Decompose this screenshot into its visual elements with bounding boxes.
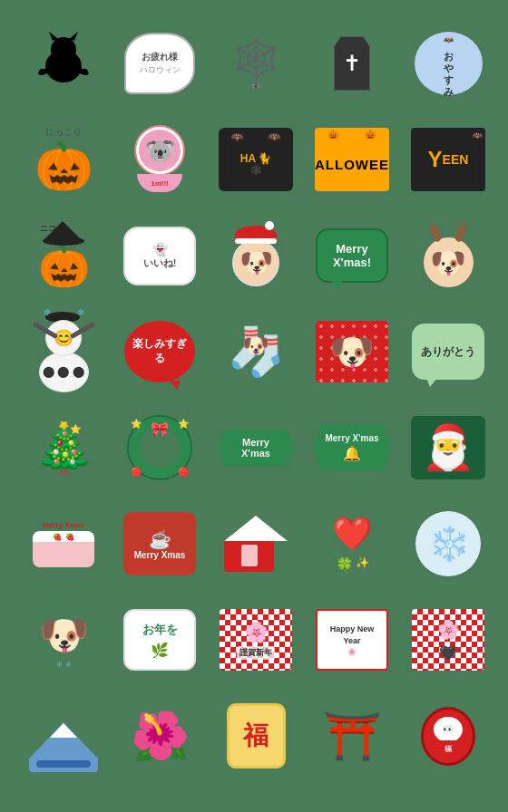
sticker-halloween-black[interactable]: 🦇 🦇 HA 🐈 🕸️ — [210, 114, 301, 205]
cross-icon: ✝ — [343, 51, 361, 76]
merry-ribbon1-text: Merry — [242, 437, 269, 448]
sticker-xmas-tree[interactable]: 🎄 ⭐ — [18, 402, 109, 493]
oyasumi-text: おやすみ — [442, 44, 455, 92]
sticker-coffee-merry[interactable]: ☕ Merry Xmas — [114, 498, 205, 589]
sticker-torii[interactable]: ⛩️ — [307, 691, 397, 781]
svg-marker-2 — [49, 32, 58, 41]
coffin-shape: ✝ — [334, 36, 370, 91]
sticker-otsukaresama[interactable]: お疲れ様 ハロウィン — [114, 18, 205, 109]
halloween-bat1: 🦇 — [230, 130, 244, 143]
snowflake-dog1: ❄ — [56, 661, 63, 669]
sticker-santa-dark[interactable]: 🎅 — [403, 402, 493, 493]
sticker-pumpkin[interactable]: にっこり 🎃 — [18, 114, 109, 205]
happy-new-year-text: Happy New Year — [321, 624, 383, 646]
nickori-label: にっこり — [45, 126, 82, 139]
snowflake-1: ❄ — [44, 307, 51, 317]
oyasumi-bat: 🦇 — [444, 35, 454, 44]
sticker-merry-banner1[interactable]: Merry X'mas — [210, 402, 301, 493]
spider-label: 🕷️ — [250, 81, 261, 91]
strawberry2: 🍓 — [65, 533, 74, 541]
coffee-emoji: ☕ — [149, 528, 171, 550]
heart-emoji: ❤️ — [332, 515, 373, 553]
bat-top: 🦇 — [472, 130, 483, 140]
halloween-ha: HA — [240, 152, 256, 165]
sticker-oyasumi[interactable]: 🦇 おやすみ — [403, 18, 493, 109]
strawberry1: 🍓 — [53, 533, 62, 541]
merry-bell-text: Merry X'mas — [325, 433, 378, 443]
camellia-emoji: 🌺 — [131, 709, 190, 764]
sticker-dog-santa[interactable]: 🐶 — [210, 210, 301, 301]
wreath-berry1: 🔴 — [131, 467, 142, 477]
sticker-merry-bell[interactable]: Merry X'mas 🔔 — [307, 402, 397, 493]
sticker-coffin[interactable]: ✝ — [307, 18, 397, 109]
reindeer-dog-emoji: 🐶 — [430, 246, 466, 280]
arigato-text: ありがとう — [421, 344, 475, 360]
santa-emoji: 🎅 — [421, 422, 475, 473]
merry-bell-ribbon: Merry X'mas 🔔 — [314, 425, 391, 470]
sticker-snowman[interactable]: 😊 ⬤ ⬤ ⬤ ❄ ❄ — [18, 306, 109, 397]
svg-point-7 — [67, 47, 70, 53]
plum-flower-emoji: 🌸 — [244, 621, 269, 644]
daruma-fuku: 福 — [444, 744, 452, 754]
sticker-ghost[interactable]: 👻 いいね! — [114, 210, 205, 301]
torii-emoji: ⛩️ — [323, 709, 382, 764]
plant-emoji: 🌿 — [151, 642, 169, 659]
sticker-snow-house[interactable] — [210, 498, 301, 589]
sticker-grid: お疲れ様 ハロウィン 🕸️ 🕷️ ✝ 🦇 おやすみ にっこり 🎃 — [9, 9, 499, 790]
sticker-tanoshi[interactable]: 楽しみすぎる — [114, 306, 205, 397]
snowman-buttons: ⬤ ⬤ ⬤ — [43, 365, 84, 378]
sticker-spider-web[interactable]: 🕸️ 🕷️ — [210, 18, 301, 109]
svg-point-8 — [61, 53, 66, 56]
sticker-merry-xmas-bubble[interactable]: Merry X'mas! — [307, 210, 397, 301]
sticker-dog-year[interactable]: 🐶 ❄ ❄ — [18, 594, 109, 685]
sticker-halloween-orange[interactable]: 🎃 🎃 HALLOWEEN — [307, 114, 397, 205]
sticker-daruma[interactable]: 👀 福 — [403, 691, 493, 781]
sticker-pumpkin-witch[interactable]: 🎃 ニコ — [18, 210, 109, 301]
fuku-kanji: 福 — [243, 719, 269, 753]
spider-web-emoji: 🕸️ — [232, 36, 279, 81]
halloween-y: Y — [428, 149, 443, 170]
sticker-new-year-plum[interactable]: 🌸 謹賀新年 — [210, 594, 301, 685]
pumpkin-body: 🎃 — [38, 241, 90, 290]
sticker-fuji[interactable] — [18, 691, 109, 781]
bell-emoji: 🔔 — [343, 445, 361, 462]
sparkle1: ✨ — [356, 556, 369, 574]
xmas-ribbon1-text: X'mas — [241, 448, 270, 459]
xmas-text: X'mas! — [333, 256, 371, 269]
sticker-xmas-cake[interactable]: Merry Xmas 🍓 🍓 — [18, 498, 109, 589]
sticker-polka-red[interactable]: 🐶 — [307, 306, 397, 397]
dog-year-emoji: 🐶 — [39, 612, 89, 659]
iine-text: いいね! — [143, 256, 177, 270]
sticker-dog-reindeer[interactable]: 🐶 — [403, 210, 493, 301]
sticker-dog-sock[interactable]: 🧦 🐶 — [210, 306, 301, 397]
snowflake-2: ❄ — [77, 307, 84, 317]
halloween-bat2: 🦇 — [268, 130, 281, 143]
sticker-wreath[interactable]: 🎀 ⭐ ⭐ 🔴 🔴 — [114, 402, 205, 493]
fuku-bag-div: 福 — [227, 703, 286, 768]
sticker-black-cat[interactable] — [18, 18, 109, 109]
sticker-fuku-bag[interactable]: 福 — [210, 691, 301, 781]
sticker-arigato[interactable]: ありがとう — [403, 306, 493, 397]
xmas-tree-emoji: 🎄 — [34, 420, 94, 477]
halloween-web: 🕸️ — [250, 165, 261, 175]
sticker-heart-clover[interactable]: ❤️ 🍀 ✨ — [307, 498, 397, 589]
otsukaresama-text: お疲れ様 — [142, 51, 178, 63]
sticker-happy-new-year[interactable]: Happy New Year 🌸 — [307, 594, 397, 685]
sticker-camellia[interactable]: 🌺 — [114, 691, 205, 781]
pumpkin-top-left: 🎃 — [327, 130, 339, 140]
snowflake-emoji: ❄️ — [427, 524, 470, 564]
sticker-oyear[interactable]: お年を 🌿 — [114, 594, 205, 685]
svg-point-1 — [51, 37, 76, 63]
tanoshi-text: 楽しみすぎる — [129, 337, 190, 365]
cake-label: Merry Xmas — [43, 521, 83, 529]
sticker-flower-check[interactable]: 🌸 🖤 — [403, 594, 493, 685]
sticker-snowflake-ball[interactable]: ❄️ — [403, 498, 493, 589]
coffee-merry-text: Merry Xmas — [134, 550, 186, 560]
halloween-low: HALLOWEEN — [315, 157, 389, 172]
daruma-eyes: 👀 — [443, 724, 454, 734]
star-top: ⭐ — [70, 424, 81, 434]
wreath-berry2: 🔴 — [178, 467, 189, 477]
sticker-candy-char[interactable]: 🐨 1m!!! — [114, 114, 205, 205]
dog-in-sock-emoji: 🐶 — [242, 334, 269, 359]
sticker-halloween-yeen[interactable]: 🦇 Y EEN — [403, 114, 493, 205]
